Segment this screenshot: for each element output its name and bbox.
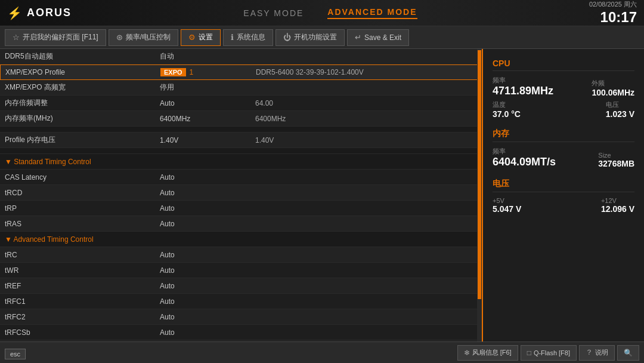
- time-label: 10:17: [589, 9, 637, 26]
- table-row[interactable]: XMP/EXPO ProfileEXPO1DDR5-6400 32-39-39-…: [0, 64, 482, 80]
- voltage-12v-label: +12V: [601, 197, 634, 204]
- scrollbar[interactable]: [477, 49, 482, 342]
- help-label: 说明: [595, 348, 608, 357]
- row-label: tREF: [5, 282, 160, 290]
- boot-settings-button[interactable]: ⏻ 开机功能设置: [275, 29, 345, 46]
- esc-button[interactable]: esc: [5, 349, 26, 359]
- logo: ⚡ AORUS: [7, 6, 72, 20]
- fav-page-button[interactable]: ☆ 开启我的偏好页面 [F11]: [5, 29, 106, 46]
- row-label: XMP/EXPO 高频宽: [5, 82, 160, 93]
- cpu-freq-label: 频率: [493, 76, 553, 85]
- voltage-12v-group: +12V 12.096 V: [601, 197, 634, 214]
- qflash-label: Q-Flash [F8]: [534, 349, 570, 356]
- freq-voltage-button[interactable]: ⊛ 频率/电压控制: [109, 29, 178, 46]
- row-label: tRFC2: [5, 313, 160, 321]
- row-label: CAS Latency: [5, 173, 160, 182]
- row-label: tRFCSb: [5, 328, 160, 337]
- memory-freq-label: 频率: [493, 147, 556, 156]
- table-row[interactable]: XMP/EXPO 高频宽停用: [0, 80, 482, 96]
- table-row[interactable]: [0, 148, 482, 154]
- voltage-12v-value: 12.096 V: [601, 204, 634, 214]
- row-value1: Auto: [160, 173, 255, 182]
- row-value1: Auto: [160, 99, 255, 107]
- cpu-temp-value: 37.0 °C: [493, 109, 521, 119]
- row-label: ▼ Advanced Timing Control: [5, 235, 160, 244]
- cpu-ext-label: 外频: [592, 79, 634, 88]
- table-row[interactable]: DDR5自动超频自动: [0, 49, 482, 64]
- row-value1: Auto: [160, 297, 255, 306]
- table-row[interactable]: tWRAuto: [0, 263, 482, 278]
- table-row[interactable]: ▼ Advanced Timing Control: [0, 232, 482, 247]
- toolbar: ☆ 开启我的偏好页面 [F11] ⊛ 频率/电压控制 ⚙ 设置 ℹ 系统信息 ⏻…: [0, 26, 644, 49]
- settings-button[interactable]: ⚙ 设置: [181, 29, 221, 46]
- settings-label: 设置: [199, 32, 213, 42]
- fav-page-label: 开启我的偏好页面 [F11]: [23, 32, 98, 42]
- table-row[interactable]: tRPAuto: [0, 201, 482, 216]
- row-label: tRC: [5, 251, 160, 259]
- fan-info-button[interactable]: ❄ 风扇信息 [F6]: [457, 345, 518, 361]
- table-row[interactable]: tRASAuto: [0, 216, 482, 232]
- cpu-freq-row: 频率 4711.89MHz 外频 100.06MHz: [493, 76, 634, 98]
- esc-label: esc: [10, 350, 20, 358]
- row-label: 内存频率(MHz): [5, 113, 160, 124]
- power-icon: ⏻: [283, 33, 291, 42]
- table-row[interactable]: tREFAuto: [0, 278, 482, 294]
- qflash-button[interactable]: □ Q-Flash [F8]: [521, 345, 577, 361]
- help-button[interactable]: ？ 说明: [579, 345, 615, 361]
- save-exit-button[interactable]: ↵ Save & Exit: [347, 29, 409, 46]
- table-row[interactable]: tRFCSbAuto: [0, 325, 482, 340]
- qflash-icon: □: [527, 349, 531, 357]
- table-row[interactable]: CAS LatencyAuto: [0, 170, 482, 185]
- table-row[interactable]: tRFC1Auto: [0, 294, 482, 309]
- row-label: tRP: [5, 204, 160, 213]
- memory-freq-value: 6404.09MT/s: [493, 156, 556, 169]
- help-icon: ？: [586, 347, 593, 358]
- voltage-row: +5V 5.047 V +12V 12.096 V: [493, 197, 634, 214]
- row-value1: 自动: [160, 51, 255, 61]
- row-label: DDR5自动超频: [5, 51, 160, 61]
- scroll-thumb: [478, 50, 481, 299]
- table-row[interactable]: tRCAuto: [0, 247, 482, 263]
- table-row[interactable]: 内存频率(MHz)6400MHz6400MHz: [0, 111, 482, 127]
- row-value1: Auto: [160, 204, 255, 213]
- easy-mode-label[interactable]: EASY MODE: [243, 8, 304, 18]
- voltage-5v-value: 5.047 V: [493, 204, 521, 214]
- row-label: tRCD: [5, 189, 160, 197]
- memory-freq-row: 频率 6404.09MT/s Size 32768MB: [493, 147, 634, 169]
- table-row[interactable]: tRFC2Auto: [0, 309, 482, 325]
- row-label: Profile 内存电压: [5, 135, 160, 145]
- advanced-mode-label[interactable]: ADVANCED MODE: [327, 7, 417, 19]
- info-icon: ℹ: [231, 33, 234, 42]
- table-row[interactable]: ▼ Standard Timing Control: [0, 154, 482, 170]
- row-value1: Auto: [160, 282, 255, 290]
- settings-icon: ⚙: [188, 33, 196, 42]
- freq-voltage-label: 频率/电压控制: [126, 32, 171, 42]
- table-row[interactable]: 内存倍频调整Auto64.00: [0, 96, 482, 111]
- table-row[interactable]: tRTPAuto: [0, 340, 482, 342]
- header: ⚡ AORUS EASY MODE ADVANCED MODE 02/08/20…: [0, 0, 644, 26]
- cpu-temp-row: 温度 37.0 °C 电压 1.023 V: [493, 100, 634, 119]
- row-label: ▼ Standard Timing Control: [5, 158, 160, 166]
- memory-title: 内存: [493, 128, 634, 142]
- row-value1: Auto: [160, 328, 255, 337]
- date-label: 02/08/2025 周六: [589, 1, 637, 8]
- footer: ❄ 风扇信息 [F6] □ Q-Flash [F8] ？ 说明 🔍: [0, 342, 644, 363]
- cpu-ext-group: 外频 100.06MHz: [592, 79, 634, 98]
- row-value1: Auto: [160, 189, 255, 197]
- cpu-temp-group: 温度 37.0 °C: [493, 100, 521, 119]
- table-row[interactable]: [0, 127, 482, 133]
- search-button[interactable]: 🔍: [617, 345, 639, 361]
- row-label: XMP/EXPO Profile: [5, 68, 160, 76]
- fan-info-label: 风扇信息 [F6]: [472, 348, 512, 357]
- table-row[interactable]: Profile 内存电压1.40V1.40V: [0, 133, 482, 148]
- memory-size-value: 32768MB: [598, 159, 634, 169]
- row-value2: DDR5-6400 32-39-39-102-1.400V: [256, 68, 476, 76]
- system-info-button[interactable]: ℹ 系统信息: [223, 29, 273, 46]
- table-row[interactable]: tRCDAuto: [0, 185, 482, 201]
- row-value1: Auto: [160, 251, 255, 259]
- voltage-5v-label: +5V: [493, 197, 521, 204]
- memory-stats: 内存 频率 6404.09MT/s Size 32768MB: [493, 128, 634, 169]
- cpu-temp-label: 温度: [493, 100, 521, 109]
- search-icon: 🔍: [624, 349, 633, 357]
- row-label: tRAS: [5, 220, 160, 228]
